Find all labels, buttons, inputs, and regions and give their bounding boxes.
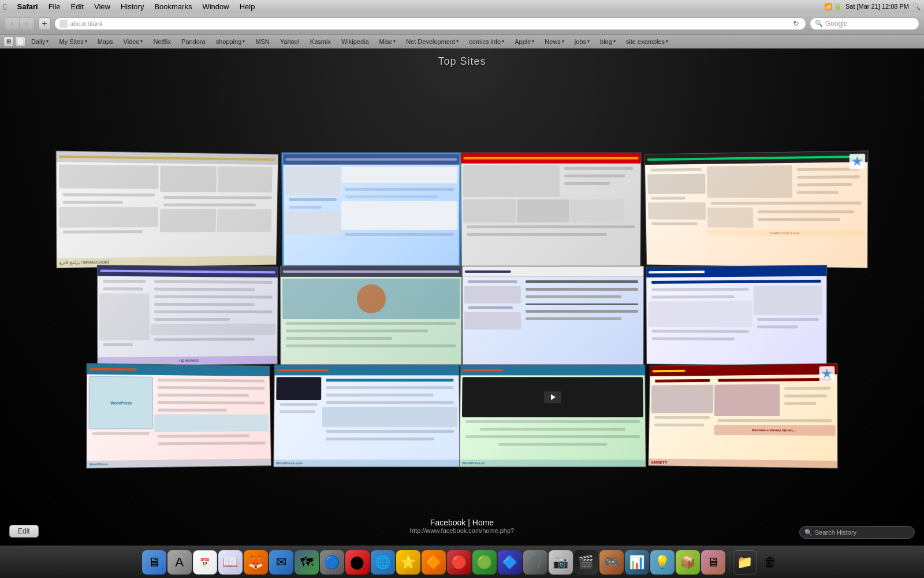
dock-item-14[interactable]: 🎮 <box>599 550 624 575</box>
bm-netflix[interactable]: Netflix <box>148 38 176 46</box>
search-history-text: Search History <box>815 529 856 536</box>
bm-kasmix[interactable]: Kasmix <box>305 38 336 46</box>
forward-button[interactable]: › <box>20 17 35 30</box>
bm-video[interactable]: Video ▾ <box>119 38 148 46</box>
site-thumb-11[interactable]: WordPress.tv <box>459 364 646 467</box>
dock-item-11[interactable]: 🎵 <box>523 550 547 575</box>
dock-item-9[interactable]: 🟢 <box>472 550 497 575</box>
search-history-icon: 🔍 <box>804 529 813 536</box>
menu-window[interactable]: Window <box>198 0 233 13</box>
site-thumb-6[interactable] <box>280 265 463 365</box>
bm-comics[interactable]: comics info ▾ <box>464 38 509 46</box>
search-history-bar[interactable]: 🔍 Search History <box>799 526 915 539</box>
bookmarks-icon2[interactable]: 📄 <box>15 36 25 47</box>
search-placeholder: Google <box>825 20 848 28</box>
bm-wikipedia[interactable]: Wikipedia <box>337 38 374 46</box>
dock-item-3[interactable]: 🔵 <box>320 550 344 575</box>
bm-msn[interactable]: MSN <box>251 38 274 46</box>
dock-trash[interactable]: 🗑 <box>758 550 783 575</box>
back-button[interactable]: ‹ <box>5 17 20 30</box>
site-thumb-2[interactable] <box>281 152 461 266</box>
dock-item-8[interactable]: 🔴 <box>447 550 471 575</box>
site-thumb-1[interactable]: برامج الدرع / BRAHJ.HOBI <box>56 150 279 268</box>
menu-edit[interactable]: Edit <box>66 0 88 13</box>
favicon <box>59 20 68 28</box>
toolbar: ‹ › + about:blank ↻ 🔍 Google <box>0 13 924 35</box>
menu-file[interactable]: File <box>44 0 65 13</box>
bm-news[interactable]: News ▾ <box>540 38 569 46</box>
dock-item-finder[interactable]: 🖥 <box>142 550 166 575</box>
bm-blog[interactable]: blog ▾ <box>595 38 620 46</box>
dock-item-6[interactable]: ⭐ <box>396 550 420 575</box>
dock-item-12[interactable]: 📷 <box>549 550 573 575</box>
site-thumb-3[interactable] <box>460 152 641 266</box>
menu-bar:  Safari File Edit View History Bookmark… <box>0 0 924 13</box>
search-icon: 🔍 <box>815 20 823 27</box>
url-text: about:blank <box>70 20 103 27</box>
dock-item-4[interactable]: ⬤ <box>345 550 370 575</box>
dock-item-mail[interactable]: ✉ <box>269 550 293 575</box>
menu-help[interactable]: Help <box>235 0 260 13</box>
site-thumb-8[interactable] <box>646 265 827 366</box>
url-bar[interactable]: about:blank ↻ <box>54 17 806 30</box>
bm-yahoo[interactable]: Yahoo! <box>275 38 304 46</box>
bm-daily[interactable]: Daily ▾ <box>27 38 53 46</box>
dock-item-13[interactable]: 🎬 <box>574 550 598 575</box>
menu-history[interactable]: History <box>116 0 148 13</box>
menubar-icons: 📶 🔋 <box>824 3 842 10</box>
main-content: Top Sites <box>0 49 924 546</box>
site-thumb-9[interactable]: WordPress <box>86 363 271 468</box>
site-thumb-5[interactable]: HD MOVIES <box>97 265 278 366</box>
grid-row-3: WordPress <box>0 364 924 467</box>
edit-button[interactable]: Edit <box>9 525 39 538</box>
dock-item-10[interactable]: 🔷 <box>498 550 522 575</box>
bm-misc[interactable]: Misc ▾ <box>375 38 401 46</box>
site-thumb-4[interactable]: Twitter Turns Three <box>644 150 869 268</box>
apple-menu[interactable]:  <box>3 2 6 12</box>
site-thumb-7[interactable] <box>462 265 644 365</box>
dock-item-16[interactable]: 💡 <box>650 550 675 575</box>
dock-item-maps[interactable]: 🗺 <box>295 550 319 575</box>
selected-site-name: Facebook | Home <box>410 518 514 527</box>
site-grid: برامج الدرع / BRAHJ.HOBI <box>0 73 924 546</box>
dock-item-7[interactable]: 🔶 <box>422 550 446 575</box>
bookmarks-icon[interactable]: ⊞ <box>3 36 14 47</box>
menu-items: Safari File Edit View History Bookmarks … <box>12 0 824 13</box>
menu-view[interactable]: View <box>90 0 115 13</box>
dock-item-firefox[interactable]: 🦊 <box>244 550 268 575</box>
bm-shopping[interactable]: shopping ▾ <box>211 38 250 46</box>
menubar-search-icon[interactable]: 🔍 <box>912 3 921 10</box>
bm-pandora[interactable]: Pandora <box>177 38 210 46</box>
dock-item-calendar[interactable]: 📅 <box>193 550 217 575</box>
dock-item-15[interactable]: 📊 <box>625 550 649 575</box>
page-title: Top Sites <box>438 55 486 68</box>
dock-item-2[interactable]: 📖 <box>218 550 243 575</box>
add-tab-button[interactable]: + <box>38 17 51 30</box>
search-bar[interactable]: 🔍 Google <box>810 17 919 30</box>
selected-site-url: http://www.facebook.com/home.php? <box>410 527 514 534</box>
sites-container: برامج الدرع / BRAHJ.HOBI <box>0 73 924 546</box>
bm-jobs[interactable]: jobs ▾ <box>570 38 594 46</box>
grid-row-1: برامج الدرع / BRAHJ.HOBI <box>0 153 924 267</box>
bm-siteexamples[interactable]: site examples ▾ <box>621 38 673 46</box>
grid-row-2: HD MOVIES <box>0 266 924 365</box>
menubar-time: Sat [Mar 21] 12:08 PM <box>845 3 909 10</box>
bm-apple[interactable]: Apple ▾ <box>510 38 539 46</box>
dock: 🖥 A 📅 📖 🦊 ✉ 🗺 🔵 ⬤ 🌐 ⭐ 🔶 🔴 🟢 🔷 🎵 📷 🎬 🎮 📊 … <box>0 546 924 578</box>
menubar-right: 📶 🔋 Sat [Mar 21] 12:08 PM 🔍 <box>824 3 921 10</box>
bm-netdev[interactable]: Net Development ▾ <box>401 38 463 46</box>
site-thumb-10[interactable]: WordPress.com <box>273 364 460 467</box>
bm-maps[interactable]: Maps <box>93 38 118 46</box>
dock-item-18[interactable]: 🖥 <box>701 550 725 575</box>
menu-bookmarks[interactable]: Bookmarks <box>150 0 196 13</box>
dock-item-5[interactable]: 🌐 <box>371 550 395 575</box>
dock-item-19[interactable]: 📁 <box>733 550 757 575</box>
bookmarks-bar: ⊞ 📄 Daily ▾ My Sites ▾ Maps Video ▾ Netf… <box>0 35 924 49</box>
refresh-button[interactable]: ↻ <box>791 18 801 29</box>
menu-safari[interactable]: Safari <box>12 0 42 13</box>
dock-separator <box>729 552 729 573</box>
site-thumb-12[interactable]: Become a Variety fan on... VARIETY <box>648 363 838 468</box>
bm-mysites[interactable]: My Sites ▾ <box>54 38 91 46</box>
dock-item-1[interactable]: A <box>167 550 192 575</box>
dock-item-17[interactable]: 📦 <box>676 550 700 575</box>
